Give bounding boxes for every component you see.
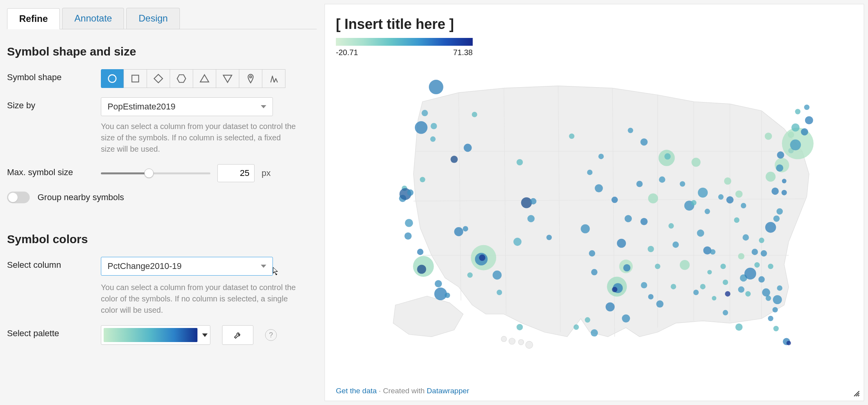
shape-triangle-down[interactable] — [216, 69, 239, 88]
map-symbol[interactable] — [669, 223, 674, 229]
map-symbol[interactable] — [617, 239, 626, 248]
map-symbol[interactable] — [516, 159, 523, 165]
map-symbol[interactable] — [762, 289, 770, 297]
map-symbol[interactable] — [671, 284, 676, 289]
map-symbol[interactable] — [623, 264, 631, 272]
map-symbol[interactable] — [745, 291, 751, 297]
shape-square[interactable] — [124, 69, 147, 88]
map-symbol[interactable] — [521, 197, 532, 208]
map-symbol[interactable] — [664, 153, 671, 159]
map-symbol[interactable] — [434, 288, 447, 300]
map-symbol[interactable] — [612, 287, 617, 292]
map-symbol[interactable] — [703, 246, 712, 254]
map-symbol[interactable] — [791, 124, 800, 132]
shape-circle[interactable] — [101, 69, 124, 88]
map-symbol[interactable] — [516, 324, 523, 330]
get-data-link[interactable]: Get the data — [336, 387, 377, 395]
map-symbol[interactable] — [606, 302, 615, 311]
map-symbol[interactable] — [648, 194, 658, 203]
tab-design[interactable]: Design — [126, 8, 180, 29]
map-symbol[interactable] — [655, 263, 660, 269]
shape-pin[interactable] — [239, 69, 262, 88]
map-symbol[interactable] — [622, 314, 630, 323]
map-symbol[interactable] — [790, 140, 801, 151]
map-symbol[interactable] — [721, 263, 726, 269]
map-symbol[interactable] — [759, 238, 764, 243]
map-symbol[interactable] — [804, 104, 810, 110]
map-symbol[interactable] — [435, 280, 442, 288]
map-container[interactable] — [336, 61, 853, 350]
map-symbol[interactable] — [777, 285, 782, 291]
map-symbol[interactable] — [421, 110, 428, 116]
map-symbol[interactable] — [530, 198, 536, 204]
map-symbol[interactable] — [472, 112, 477, 117]
map-symbol[interactable] — [591, 329, 598, 337]
map-symbol[interactable] — [591, 269, 597, 275]
map-symbol[interactable] — [569, 133, 574, 139]
map-symbol[interactable] — [692, 158, 701, 167]
map-symbol[interactable] — [771, 188, 779, 195]
map-symbol[interactable] — [773, 326, 779, 332]
map-symbol[interactable] — [493, 271, 502, 280]
map-symbol[interactable] — [777, 208, 783, 215]
map-symbol[interactable] — [585, 317, 590, 323]
map-symbol[interactable] — [417, 265, 426, 274]
map-symbol[interactable] — [612, 197, 618, 203]
map-symbol[interactable] — [546, 235, 552, 240]
map-symbol[interactable] — [407, 190, 413, 196]
map-symbol[interactable] — [463, 226, 468, 231]
max-size-input[interactable] — [217, 164, 255, 182]
map-symbol[interactable] — [640, 218, 648, 225]
map-symbol[interactable] — [697, 229, 704, 237]
map-symbol[interactable] — [741, 203, 746, 208]
map-symbol[interactable] — [454, 227, 463, 236]
map-symbol[interactable] — [738, 253, 744, 259]
map-symbol[interactable] — [782, 190, 787, 195]
map-symbol[interactable] — [467, 272, 473, 278]
map-symbol[interactable] — [513, 238, 522, 246]
map-symbol[interactable] — [405, 219, 413, 227]
max-size-slider[interactable] — [101, 169, 210, 177]
group-nearby-toggle[interactable] — [7, 192, 30, 203]
slider-thumb[interactable] — [144, 168, 154, 178]
map-symbol[interactable] — [724, 177, 732, 185]
map-symbol[interactable] — [805, 116, 813, 124]
map-symbol[interactable] — [726, 196, 734, 204]
resize-handle-icon[interactable] — [853, 390, 861, 398]
map-symbol[interactable] — [710, 249, 716, 254]
map-symbol[interactable] — [497, 290, 502, 295]
map-symbol[interactable] — [581, 224, 590, 233]
palette-customize-button[interactable] — [222, 325, 253, 345]
map-symbol[interactable] — [698, 188, 708, 197]
map-symbol[interactable] — [420, 177, 425, 182]
tab-annotate[interactable]: Annotate — [62, 8, 124, 29]
map-symbol[interactable] — [795, 109, 800, 115]
datawrapper-link[interactable]: Datawrapper — [427, 387, 469, 395]
map-symbol[interactable] — [707, 270, 712, 274]
map-symbol[interactable] — [765, 133, 772, 140]
map-symbol[interactable] — [464, 144, 472, 152]
map-symbol[interactable] — [656, 300, 664, 308]
map-symbol[interactable] — [754, 262, 760, 268]
map-symbol[interactable] — [450, 156, 458, 163]
map-symbol[interactable] — [718, 194, 724, 200]
map-symbol[interactable] — [640, 138, 648, 146]
map-symbol[interactable] — [648, 294, 654, 299]
map-symbol[interactable] — [445, 292, 450, 298]
map-symbol[interactable] — [693, 290, 699, 295]
map-symbol[interactable] — [735, 190, 743, 198]
map-symbol[interactable] — [641, 282, 647, 288]
map-symbol[interactable] — [673, 242, 679, 248]
map-symbol[interactable] — [417, 249, 423, 255]
map-symbol[interactable] — [742, 234, 749, 240]
map-symbol[interactable] — [415, 121, 427, 134]
map-symbol[interactable] — [801, 128, 808, 136]
map-symbol[interactable] — [429, 80, 443, 94]
map-symbol[interactable] — [712, 296, 717, 301]
map-symbol[interactable] — [761, 250, 767, 256]
map-symbol[interactable] — [587, 170, 593, 175]
map-symbol[interactable] — [628, 128, 633, 133]
map-symbol[interactable] — [479, 254, 485, 261]
help-icon[interactable]: ? — [265, 329, 277, 341]
map-symbol[interactable] — [773, 295, 782, 304]
